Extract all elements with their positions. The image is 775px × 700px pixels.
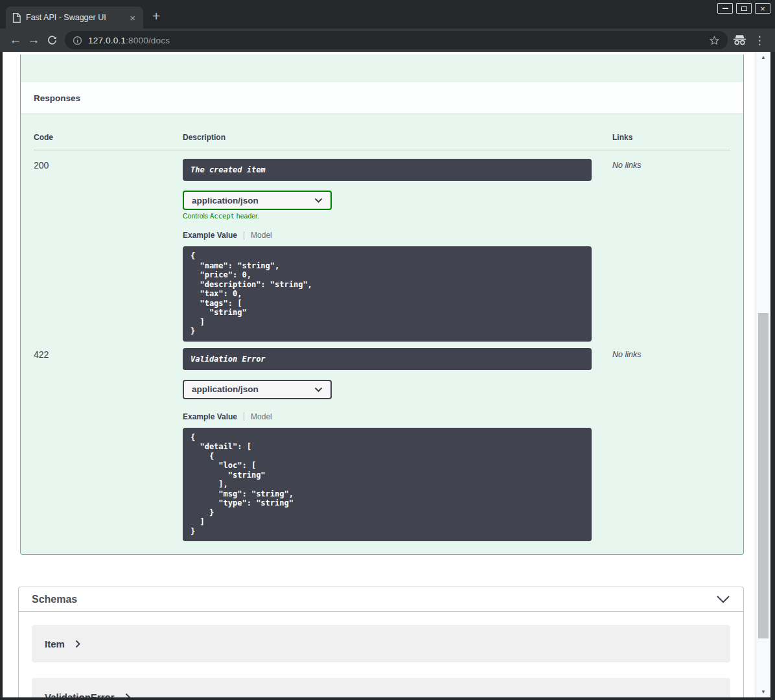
maximize-icon (741, 6, 747, 11)
scroll-down-icon[interactable]: ▼ (756, 689, 770, 695)
chevron-right-icon (125, 693, 130, 698)
media-type-select[interactable]: application/json (183, 380, 332, 399)
responses-section-header: Responses (21, 82, 743, 113)
tab-model[interactable]: Model (251, 231, 272, 240)
bookmark-star-icon[interactable] (709, 35, 720, 46)
model-item[interactable]: ValidationError (32, 678, 730, 697)
back-icon[interactable]: ← (6, 31, 25, 49)
accept-note-part: Accept (210, 212, 235, 220)
example-model-tabs: Example Value Model (183, 231, 612, 240)
chevron-down-icon[interactable] (716, 595, 730, 603)
post-opblock-body: Responses Code Description Links 200 The… (20, 54, 744, 555)
new-tab-button[interactable]: + (152, 8, 160, 24)
menu-dots-icon[interactable]: ⋮ (753, 34, 766, 47)
responses-title: Responses (34, 93, 80, 103)
response-links: No links (612, 348, 730, 542)
tab-example-value[interactable]: Example Value (183, 231, 237, 240)
responses-table: Code Description Links 200 The created i… (21, 113, 743, 541)
response-description: The created item (183, 159, 592, 181)
chevron-down-icon (314, 387, 323, 392)
tab-title: Fast API - Swagger UI (26, 13, 122, 22)
url-host: 127.0.0.1 (88, 36, 126, 45)
media-type-value: application/json (192, 196, 259, 205)
response-description-cell: Validation Error application/json Exampl… (183, 348, 612, 542)
browser-tab[interactable]: Fast API - Swagger UI × (6, 6, 143, 29)
window-minimize-button[interactable] (717, 3, 733, 14)
page-scrollbar: ▲ ▼ (756, 52, 770, 697)
column-header-description: Description (183, 133, 612, 142)
models-list: Item ValidationError (19, 612, 743, 697)
scrollbar-thumb[interactable] (758, 313, 769, 638)
accept-header-note: Controls Accept header. (183, 212, 612, 220)
window-close-button[interactable]: × (755, 3, 770, 14)
schemas-header[interactable]: Schemas (19, 587, 743, 612)
swagger-page: Responses Code Description Links 200 The… (3, 52, 756, 697)
media-type-select[interactable]: application/json (183, 191, 332, 210)
model-item[interactable]: Item (32, 625, 730, 662)
example-json-block: { "name": "string", "price": 0, "descrip… (183, 246, 592, 342)
schemas-title: Schemas (32, 594, 77, 605)
document-favicon (12, 13, 21, 23)
response-code: 422 (34, 348, 183, 542)
window-controls: × (717, 3, 770, 14)
response-description-cell: The created item application/json Contro… (183, 159, 612, 342)
responses-table-header: Code Description Links (34, 133, 730, 150)
response-row-200: 200 The created item application/json Co… (34, 150, 730, 342)
chevron-down-icon (314, 198, 323, 203)
accept-note-part: header. (235, 212, 259, 220)
tab-divider (244, 231, 244, 240)
url-text: 127.0.0.1:8000/docs (88, 36, 170, 45)
model-name: ValidationError (45, 692, 115, 698)
column-header-links: Links (612, 133, 730, 142)
scroll-up-icon[interactable]: ▲ (756, 54, 770, 60)
response-description: Validation Error (183, 348, 592, 370)
response-row-422: 422 Validation Error application/json Ex… (34, 342, 730, 542)
minimize-icon (723, 8, 728, 9)
chevron-right-icon (75, 640, 80, 648)
address-bar[interactable]: 127.0.0.1:8000/docs (65, 31, 728, 49)
window-maximize-button[interactable] (736, 3, 752, 14)
tab-close-icon[interactable]: × (127, 12, 138, 23)
forward-icon[interactable]: → (25, 31, 43, 49)
example-json-block: { "detail": [ { "loc": [ "string" ], "ms… (183, 428, 592, 542)
url-path: :8000/docs (126, 36, 170, 45)
tab-divider (244, 412, 244, 421)
media-type-value: application/json (192, 384, 259, 394)
browser-toolbar: ← → 127.0.0.1:8000/docs ⋮ (0, 29, 775, 52)
tab-example-value[interactable]: Example Value (183, 412, 237, 421)
tab-strip: Fast API - Swagger UI × + × (0, 0, 775, 29)
tab-model[interactable]: Model (251, 412, 272, 421)
incognito-icon (733, 34, 746, 46)
accept-note-part: Controls (183, 212, 210, 220)
page-info-icon[interactable] (73, 36, 82, 45)
example-model-tabs: Example Value Model (183, 412, 612, 421)
column-header-code: Code (34, 133, 183, 142)
model-name: Item (45, 638, 65, 649)
reload-icon[interactable] (43, 31, 61, 49)
response-links: No links (612, 159, 730, 342)
schemas-section: Schemas Item ValidationError (18, 587, 744, 697)
toolbar-extras: ⋮ (733, 34, 769, 47)
response-code: 200 (34, 159, 183, 342)
